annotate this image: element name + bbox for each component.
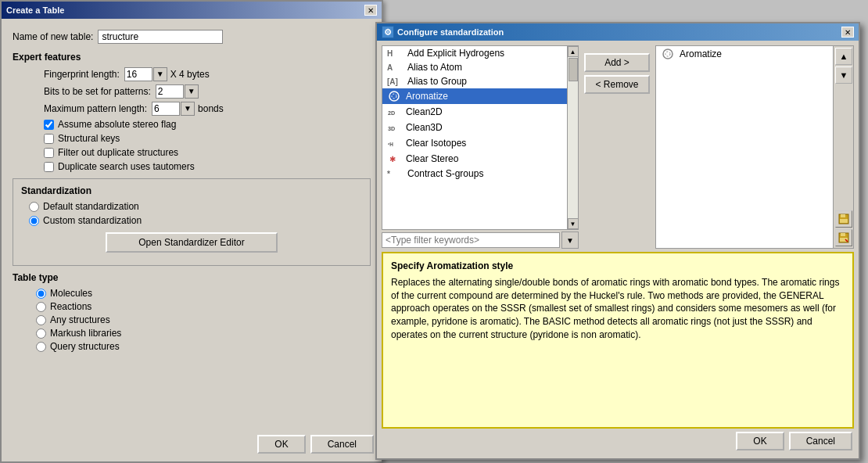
table-type-section: Table type Molecules Reactions Any struc… <box>13 272 371 352</box>
list-item-add-hydrogens[interactable]: H Add Explicit Hydrogens <box>382 46 567 60</box>
query-row: Query structures <box>36 341 371 352</box>
svg-text:2D: 2D <box>388 109 395 117</box>
config-footer: OK Cancel <box>382 429 854 454</box>
right-aromatize-icon <box>661 48 675 60</box>
reactions-radio[interactable] <box>36 302 46 312</box>
svg-point-0 <box>389 92 399 101</box>
reactions-row: Reactions <box>36 301 371 312</box>
max-pattern-dropdown[interactable]: ▼ <box>181 102 195 116</box>
description-box: Specify Aromatization style Replaces the… <box>382 252 854 429</box>
config-ok-button[interactable]: OK <box>736 432 784 450</box>
max-pattern-input[interactable] <box>152 102 180 116</box>
clean3d-icon: 3D <box>387 121 401 134</box>
max-pattern-suffix: bonds <box>198 103 224 114</box>
fingerprint-length-input[interactable] <box>124 67 152 81</box>
description-text: Replaces the alternating single/double b… <box>391 276 845 342</box>
left-list-scrollbar[interactable]: ▲ ▼ <box>567 46 578 229</box>
molecules-radio[interactable] <box>36 289 46 299</box>
name-input[interactable] <box>98 30 223 44</box>
list-item-alias-group[interactable]: [A] Alias to Group <box>382 74 567 88</box>
list-item-aromatize[interactable]: Aromatize <box>382 88 567 104</box>
move-up-button[interactable]: ▲ <box>835 48 852 65</box>
configure-close-button[interactable]: ✕ <box>841 27 854 38</box>
checkbox-tautomers[interactable] <box>44 162 54 172</box>
right-panel-controls: ▲ ▼ <box>833 46 853 248</box>
scroll-track <box>568 57 578 218</box>
item-label-alias-atom: Alias to Atom <box>407 62 462 73</box>
svg-rect-12 <box>841 233 845 236</box>
custom-std-radio[interactable] <box>29 216 39 226</box>
list-item-clear-stereo[interactable]: ✱ Clear Stereo <box>382 151 567 167</box>
scroll-down-btn[interactable]: ▼ <box>568 218 579 229</box>
name-label: Name of new table: <box>13 31 93 42</box>
right-list-item-aromatize[interactable]: Aromatize <box>656 46 833 62</box>
checkbox-duplicate-label: Filter out duplicate structures <box>58 147 178 158</box>
description-title: Specify Aromatization style <box>391 260 845 273</box>
config-top-area: H Add Explicit Hydrogens A Alias to Atom… <box>382 45 854 249</box>
create-table-ok-button[interactable]: OK <box>257 435 305 454</box>
filter-row: ▼ <box>382 232 579 249</box>
checkbox-structural[interactable] <box>44 134 54 144</box>
save-button-1[interactable] <box>835 210 852 228</box>
checkbox-tautomers-row: Duplicate search uses tautomers <box>44 161 371 172</box>
create-table-title-bar: Create a Table ✕ <box>2 2 382 19</box>
filter-input[interactable] <box>382 232 560 248</box>
checkbox-stereo[interactable] <box>44 120 54 130</box>
table-type-options: Molecules Reactions Any structures Marku… <box>36 288 371 352</box>
filter-dropdown[interactable]: ▼ <box>561 232 579 249</box>
configure-standardization-dialog: ⚙ Configure standardization ✕ H Add Expl… <box>375 22 860 460</box>
expert-features-label: Expert features <box>13 52 371 63</box>
scroll-thumb[interactable] <box>569 58 578 81</box>
list-item-clean2d[interactable]: 2D Clean2D <box>382 104 567 120</box>
item-label-clear-stereo: Clear Stereo <box>406 153 458 164</box>
item-prefix-a: A <box>387 63 403 72</box>
clean2d-icon: 2D <box>387 106 401 118</box>
remove-button[interactable]: < Remove <box>584 75 650 94</box>
create-table-cancel-button[interactable]: Cancel <box>310 435 374 454</box>
list-item-contract-sgroups[interactable]: * Contract S-groups <box>382 167 567 181</box>
molecules-row: Molecules <box>36 288 371 299</box>
bits-patterns-row: Bits to be set for patterns: ▼ <box>44 84 371 99</box>
item-label-contract-sgroups: Contract S-groups <box>407 168 483 179</box>
default-std-row: Default standardization <box>29 201 362 212</box>
list-item-alias-atom[interactable]: A Alias to Atom <box>382 60 567 74</box>
item-label-alias-group: Alias to Group <box>407 76 467 87</box>
right-list: Aromatize <box>656 46 833 248</box>
config-cancel-button[interactable]: Cancel <box>789 432 852 450</box>
default-std-radio[interactable] <box>29 202 39 212</box>
list-item-clean3d[interactable]: 3D Clean3D <box>382 120 567 135</box>
item-label-clean3d: Clean3D <box>406 122 443 133</box>
query-radio[interactable] <box>36 342 46 352</box>
checkbox-structural-label: Structural keys <box>58 133 120 144</box>
reactions-label: Reactions <box>50 301 91 312</box>
left-list-content: H Add Explicit Hydrogens A Alias to Atom… <box>382 46 567 229</box>
left-list-panel: H Add Explicit Hydrogens A Alias to Atom… <box>382 45 579 230</box>
fingerprint-length-label: Fingerprint length: <box>44 69 120 80</box>
max-pattern-label: Maximum pattern length: <box>44 103 147 114</box>
name-row: Name of new table: <box>13 30 371 44</box>
markush-radio[interactable] <box>36 328 46 339</box>
scroll-up-btn[interactable]: ▲ <box>568 46 579 57</box>
create-table-close-button[interactable]: ✕ <box>364 5 377 16</box>
bits-patterns-dropdown[interactable]: ▼ <box>185 84 199 99</box>
item-prefix-csg: * <box>387 170 403 178</box>
list-item-clear-isotopes[interactable]: ²H Clear Isotopes <box>382 135 567 151</box>
table-type-label: Table type <box>13 272 371 283</box>
svg-text:²H: ²H <box>388 142 393 147</box>
save-button-2[interactable] <box>835 229 852 246</box>
left-list-area: H Add Explicit Hydrogens A Alias to Atom… <box>382 45 579 249</box>
any-structures-radio[interactable] <box>36 315 46 325</box>
checkbox-duplicate-row: Filter out duplicate structures <box>44 147 371 158</box>
checkbox-duplicate[interactable] <box>44 148 54 158</box>
checkbox-tautomers-label: Duplicate search uses tautomers <box>58 161 195 172</box>
fingerprint-length-dropdown[interactable]: ▼ <box>153 67 167 81</box>
add-button[interactable]: Add > <box>584 53 650 72</box>
move-down-button[interactable]: ▼ <box>835 66 852 84</box>
svg-point-7 <box>665 52 670 56</box>
middle-buttons-area: Add > < Remove <box>582 45 652 249</box>
create-table-footer: OK Cancel <box>257 435 374 454</box>
config-body: H Add Explicit Hydrogens A Alias to Atom… <box>377 41 859 458</box>
bits-patterns-input[interactable] <box>156 84 184 99</box>
open-standardizer-button[interactable]: Open Standardizer Editor <box>106 232 278 253</box>
clear-stereo-icon: ✱ <box>387 153 401 165</box>
